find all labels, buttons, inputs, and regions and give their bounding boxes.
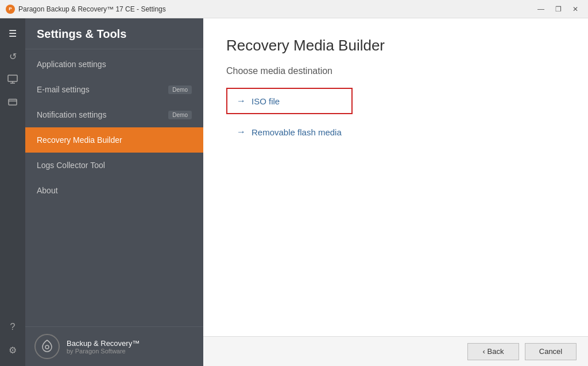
titlebar-left: P Paragon Backup & Recovery™ 17 CE - Set…	[6, 5, 166, 14]
sidebar-item-notification-settings[interactable]: Notification settings Demo	[25, 102, 203, 127]
svg-rect-0	[8, 75, 17, 81]
menu-icon[interactable]: ☰	[2, 23, 23, 44]
page-title: Recovery Media Builder	[226, 37, 565, 54]
icon-rail-bottom: ? ⚙	[2, 317, 23, 366]
sidebar: Settings & Tools Application settings E-…	[25, 18, 203, 366]
sidebar-item-app-settings[interactable]: Application settings	[25, 52, 203, 77]
iso-file-label: ISO file	[252, 96, 280, 106]
window-title: Paragon Backup & Recovery™ 17 CE - Setti…	[18, 5, 166, 13]
removable-flash-option[interactable]: → Removable flash media	[226, 119, 353, 145]
window-controls: — ❐ ✕	[533, 3, 583, 15]
sidebar-item-recovery-media-builder[interactable]: Recovery Media Builder	[25, 127, 203, 153]
sidebar-item-about[interactable]: About	[25, 178, 203, 203]
sidebar-menu: Application settings E-mail settings Dem…	[25, 49, 203, 326]
sidebar-footer: Backup & Recovery™ by Paragon Software	[25, 326, 203, 366]
section-subtitle: Choose media destination	[226, 66, 565, 76]
svg-rect-3	[9, 99, 17, 105]
main-content: Recovery Media Builder Choose media dest…	[203, 18, 588, 366]
minimize-button[interactable]: —	[533, 3, 549, 15]
history-icon[interactable]: ↺	[2, 46, 23, 67]
backup-icon[interactable]	[2, 92, 23, 112]
removable-flash-label: Removable flash media	[252, 127, 342, 137]
bottom-bar: ‹ Back Cancel	[203, 336, 588, 366]
app-body: ☰ ↺ ? ⚙ Settings & Tools	[0, 18, 588, 366]
product-logo-icon	[34, 334, 60, 359]
icon-rail-top: ☰ ↺	[2, 23, 23, 317]
app-logo-icon: P	[6, 5, 15, 14]
sidebar-item-email-settings[interactable]: E-mail settings Demo	[25, 77, 203, 102]
footer-text: Backup & Recovery™ by Paragon Software	[67, 339, 140, 355]
settings-icon[interactable]: ⚙	[2, 340, 23, 360]
email-demo-badge: Demo	[168, 85, 192, 94]
sidebar-title: Settings & Tools	[25, 18, 203, 49]
notification-demo-badge: Demo	[168, 111, 192, 119]
footer-app-name: Backup & Recovery™	[67, 339, 140, 348]
maximize-button[interactable]: ❐	[550, 3, 566, 15]
sidebar-item-logs-collector[interactable]: Logs Collector Tool	[25, 153, 203, 178]
svg-point-5	[45, 345, 49, 349]
iso-file-option[interactable]: → ISO file	[226, 88, 353, 114]
footer-company: by Paragon Software	[67, 348, 140, 355]
close-button[interactable]: ✕	[567, 3, 583, 15]
back-button[interactable]: ‹ Back	[467, 343, 519, 360]
help-icon[interactable]: ?	[2, 317, 23, 337]
flash-arrow-icon: →	[237, 127, 246, 137]
titlebar: P Paragon Backup & Recovery™ 17 CE - Set…	[0, 0, 588, 18]
content-area: Recovery Media Builder Choose media dest…	[203, 18, 588, 336]
monitor-icon[interactable]	[2, 69, 23, 89]
iso-arrow-icon: →	[237, 96, 246, 106]
cancel-button[interactable]: Cancel	[525, 343, 577, 360]
icon-rail: ☰ ↺ ? ⚙	[0, 18, 25, 366]
